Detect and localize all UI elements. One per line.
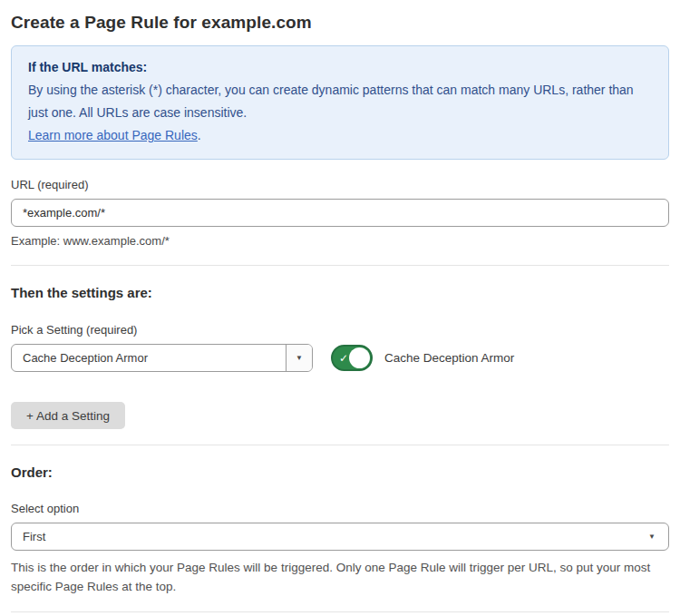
setting-select-arrow-button[interactable]: ▼ <box>286 345 312 371</box>
toggle-knob <box>349 347 370 368</box>
toggle-label: Cache Deception Armor <box>384 351 514 365</box>
url-field-label: URL (required) <box>11 178 669 192</box>
divider <box>11 611 669 612</box>
cache-deception-armor-toggle[interactable]: ✓ <box>331 345 373 371</box>
order-select[interactable]: First ▼ <box>11 523 669 551</box>
info-box-body: By using the asterisk (*) character, you… <box>28 79 652 124</box>
order-section-heading: Order: <box>11 464 669 481</box>
divider <box>11 445 669 445</box>
info-box-heading: If the URL matches: <box>28 56 652 79</box>
add-setting-button[interactable]: + Add a Setting <box>11 402 125 429</box>
chevron-down-icon: ▼ <box>648 533 668 541</box>
info-box-link-line: Learn more about Page Rules. <box>28 124 652 147</box>
divider <box>11 265 669 266</box>
url-field-helper: Example: www.example.com/* <box>11 233 669 249</box>
learn-more-link[interactable]: Learn more about Page Rules <box>28 128 198 142</box>
settings-section-heading: Then the settings are: <box>11 284 669 301</box>
setting-select-value: Cache Deception Armor <box>12 351 286 365</box>
order-helper-text: This is the order in which your Page Rul… <box>11 558 664 596</box>
page-title: Create a Page Rule for example.com <box>11 11 669 34</box>
pick-setting-label: Pick a Setting (required) <box>11 323 669 337</box>
setting-row: Cache Deception Armor ▼ ✓ Cache Deceptio… <box>11 344 669 372</box>
url-matches-info-box: If the URL matches: By using the asteris… <box>11 45 669 160</box>
check-icon: ✓ <box>339 353 348 364</box>
order-select-value: First <box>12 530 648 543</box>
link-period: . <box>198 128 201 142</box>
url-input[interactable] <box>11 199 669 227</box>
chevron-down-icon: ▼ <box>296 355 303 362</box>
select-option-label: Select option <box>11 502 669 516</box>
create-page-rule-form: Create a Page Rule for example.com If th… <box>0 0 680 616</box>
setting-select[interactable]: Cache Deception Armor ▼ <box>11 344 313 372</box>
